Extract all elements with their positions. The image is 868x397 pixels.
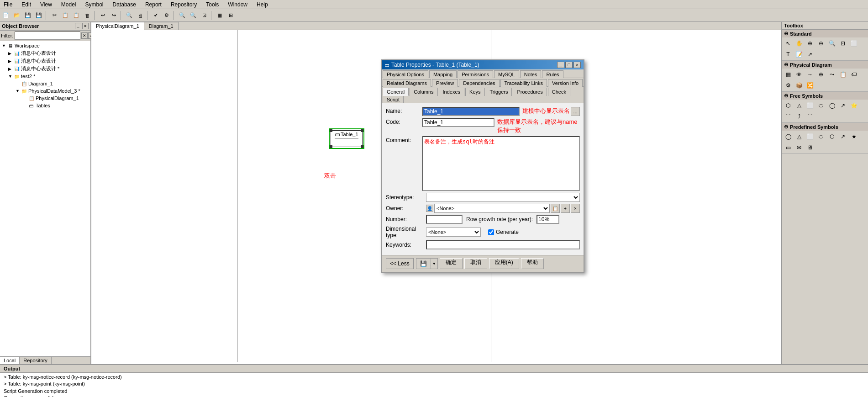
confirm-button[interactable]: 确定 [440,258,463,269]
tb-text-tool[interactable]: T [783,49,793,59]
name-input[interactable] [422,107,520,116]
handle-br[interactable] [361,145,363,148]
less-button[interactable]: << Less [386,259,414,269]
menu-repository[interactable]: Repository [169,1,199,8]
tb-pred-4[interactable]: ⬭ [816,132,826,142]
owner-btn-3[interactable]: × [571,204,580,213]
owner-btn-2[interactable]: + [561,204,570,213]
owner-select[interactable]: <None> [434,204,550,213]
tb-pred-5[interactable]: ⬡ [827,132,837,142]
menu-tools[interactable]: Tools [204,1,221,8]
tab-rules[interactable]: Rules [542,70,563,78]
tb-pred-1[interactable]: ◯ [783,132,793,142]
tb-zoom-fit-tool[interactable]: ⊡ [838,38,848,48]
menu-window[interactable]: Window [226,1,249,8]
tb-print[interactable]: 🖨 [135,11,145,21]
tab-keys[interactable]: Keys [465,88,484,96]
tb-copy[interactable]: 📋 [60,11,70,21]
tb-undo[interactable]: ↩ [98,11,108,21]
tb-check[interactable]: ✔ [151,11,161,21]
save-button[interactable]: 💾 [416,259,431,269]
apply-button[interactable]: 应用(A) [489,258,519,269]
toolbox-section-predefined-header[interactable]: ⊖ Predefined Symbols [782,123,868,131]
filter-clear[interactable]: ✕ [81,32,88,39]
tab-procedures[interactable]: Procedures [513,88,547,96]
tree-tables[interactable]: ▶ 🗃 Tables [1,102,89,109]
tab-triggers[interactable]: Triggers [486,88,512,96]
tb-new[interactable]: 📄 [1,11,11,21]
menu-model[interactable]: Model [59,1,78,8]
dialog-maximize[interactable]: □ [565,62,573,68]
table-node[interactable]: 🗃 Table_1 [329,128,364,149]
tree-diagram1[interactable]: ▶ 📋 Diagram_1 [1,80,89,87]
code-input[interactable] [422,118,494,127]
tb-pan-tool[interactable]: ✋ [794,38,804,48]
tree-workspace[interactable]: ▼ 🖥 Workspace [1,42,89,49]
tb-zoom-in[interactable]: 🔍 [177,11,187,21]
tb-cut[interactable]: ✂ [49,11,59,21]
tb-pkg-tool[interactable]: 📦 [794,80,804,90]
tb-seq-tool[interactable]: ⚙ [783,80,793,90]
tab-dependencies[interactable]: Dependencies [459,79,499,87]
menu-symbol[interactable]: Symbol [84,1,105,8]
tb-free-10[interactable]: ⌒ [805,111,815,122]
tab-notes[interactable]: Notes [520,70,542,78]
canvas-tab-physdiagram[interactable]: PhysicalDiagram_1 [91,22,144,30]
tb-pred-10[interactable]: 🖥 [805,143,815,153]
tree-msgcenter2[interactable]: ▶ 📊 消息中心表设计 [1,57,89,65]
tb-pred-9[interactable]: ✉ [794,143,804,153]
toolbox-section-physical-header[interactable]: ⊖ Physical Diagram [782,61,868,69]
menu-database[interactable]: Database [111,1,138,8]
tree-test2[interactable]: ▼ 📁 test2 * [1,73,89,80]
tree-physdiagram[interactable]: ▶ 📋 PhysicalDiagram_1 [1,95,89,102]
toolbox-section-standard-header[interactable]: ⊖ Standard [782,30,868,37]
tb-redo[interactable]: ↪ [109,11,119,21]
tb-pred-6[interactable]: ↗ [838,132,848,142]
tb-free-7[interactable]: ⭐ [849,101,859,111]
tb-paste[interactable]: 📋 [71,11,81,21]
tb-open[interactable]: 📂 [12,11,22,21]
owner-btn-1[interactable]: 📋 [551,204,560,213]
panel-minimize[interactable]: _ [75,23,81,29]
tb-dep-tool[interactable]: ⤳ [827,69,837,79]
tb-domain-tool[interactable]: 🏷 [849,69,859,79]
tb-delete[interactable]: 🗑 [82,11,92,21]
tab-mapping[interactable]: Mapping [429,70,457,78]
tab-traceability[interactable]: Traceability Links [500,79,547,87]
tab-script[interactable]: Script [383,95,404,103]
tb-zoom-area-tool[interactable]: 🔍 [827,38,837,48]
toolbox-section-free-header[interactable]: ⊖ Free Symbols [782,92,868,100]
tb-ref-tool[interactable]: → [805,69,815,79]
stereotype-select[interactable] [426,193,580,202]
tab-repository[interactable]: Repository [20,357,52,364]
tb-zoom-in-tool[interactable]: ⊕ [805,38,815,48]
tb-fit[interactable]: ⊡ [199,11,209,21]
handle-tr[interactable] [361,129,363,132]
tb-free-8[interactable]: ⌒ [783,111,793,122]
tb-rect-tool[interactable]: ⬜ [849,38,859,48]
tb-generate[interactable]: ⚙ [162,11,172,21]
tb-free-1[interactable]: ⬡ [783,101,793,111]
panel-close[interactable]: × [82,23,89,29]
tb-note-tool[interactable]: 📝 [794,49,804,59]
tb-note-link[interactable]: ↗ [805,49,815,59]
tree-physdatamodel[interactable]: ▼ 📁 PhysicalDataModel_3 * [1,87,89,95]
keywords-input[interactable] [426,240,580,249]
row-growth-input[interactable] [537,215,559,224]
tb-select-tool[interactable]: ↖ [783,38,793,48]
filter-input[interactable] [15,32,80,40]
tb-save-all[interactable]: 💾 [34,11,44,21]
tb-find[interactable]: 🔍 [124,11,134,21]
tab-related-diagrams[interactable]: Related Diagrams [383,79,431,87]
tb-pred-2[interactable]: △ [794,132,804,142]
dialog-close[interactable]: × [573,62,581,68]
tree-msgcenter1[interactable]: ▶ 📊 消息中心表设计 [1,49,89,57]
tb-view-tool[interactable]: 👁 [794,69,804,79]
tb-zoom-out-tool[interactable]: ⊖ [816,38,826,48]
tb-free-2[interactable]: △ [794,101,804,111]
tb-free-4[interactable]: ⬭ [816,101,826,111]
tb-free-6[interactable]: ↗ [838,101,848,111]
tb-layout[interactable]: ▦ [215,11,225,21]
tb-align[interactable]: ⊞ [226,11,236,21]
name-field-btn[interactable]: … [571,107,580,116]
